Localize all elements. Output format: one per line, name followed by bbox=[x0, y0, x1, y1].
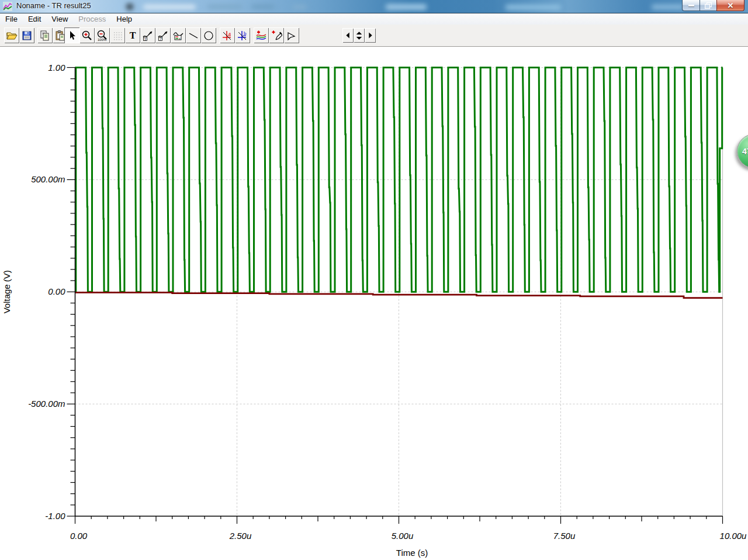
probe-icon bbox=[271, 30, 282, 42]
open-file-icon bbox=[6, 30, 18, 42]
menu-edit[interactable]: Edit bbox=[23, 14, 46, 24]
titlebar-blur-decoration bbox=[251, 5, 275, 9]
app-window: Noname - TR result25 ✕ File Edit View Pr… bbox=[0, 0, 748, 560]
copy-button[interactable] bbox=[37, 27, 53, 43]
grid-icon bbox=[112, 30, 123, 42]
x-axis-title: Time (s) bbox=[396, 548, 428, 558]
x-tick-label: 10.00u bbox=[720, 531, 747, 541]
titlebar-blur-decoration bbox=[292, 5, 307, 9]
pointer-icon bbox=[66, 30, 78, 42]
zoom-in-icon bbox=[81, 30, 93, 42]
y-tick-label: 1.00 bbox=[48, 63, 65, 72]
curve-legend-icon: x bbox=[172, 30, 184, 42]
x-tick-label: 2.50u bbox=[229, 531, 252, 541]
text-tool-button[interactable]: T bbox=[125, 27, 140, 43]
nav-right-button[interactable] bbox=[365, 28, 376, 43]
chart-area[interactable]: 1.00500.00m0.00-500.00m-1.000.002.50u5.0… bbox=[0, 47, 748, 560]
zoom-in-button[interactable] bbox=[79, 27, 95, 43]
y-axis-title: Voltage (V) bbox=[2, 270, 12, 313]
window-title: Noname - TR result25 bbox=[16, 1, 91, 10]
restore-icon bbox=[705, 2, 712, 9]
cursor-b-button[interactable]: b bbox=[235, 27, 250, 43]
app-icon bbox=[3, 2, 12, 11]
overlay-badge-label: 47 bbox=[742, 147, 748, 156]
toolbar-group: a b bbox=[220, 27, 250, 43]
titlebar-blur-decoration bbox=[652, 5, 684, 9]
curve-query-button[interactable]: ? bbox=[155, 27, 171, 43]
minimize-button[interactable] bbox=[682, 0, 699, 11]
y-tick-label: 500.00m bbox=[31, 174, 65, 184]
title-bar[interactable]: Noname - TR result25 ✕ bbox=[0, 0, 748, 13]
x-tick-label: 7.50u bbox=[553, 531, 576, 541]
zoom-100-percent-icon: 100% bbox=[96, 30, 108, 42]
probe-button[interactable] bbox=[269, 27, 284, 43]
series-pulse-output bbox=[75, 68, 723, 292]
nav-left-icon bbox=[343, 30, 354, 41]
toolbar-group bbox=[254, 27, 299, 43]
menu-process: Process bbox=[73, 14, 111, 24]
x-tick-label: 5.00u bbox=[392, 531, 414, 541]
toolbar-group: 100% bbox=[64, 27, 125, 43]
nav-left-button[interactable] bbox=[342, 28, 354, 43]
svg-text:T: T bbox=[144, 36, 147, 40]
cursor-b-icon: b bbox=[237, 30, 248, 42]
curve-legend-button[interactable]: x bbox=[171, 27, 186, 43]
zoom-100-percent-button[interactable]: 100% bbox=[95, 27, 110, 43]
window-controls: ✕ bbox=[682, 0, 744, 11]
marker-button[interactable] bbox=[284, 27, 299, 43]
y-tick-label: -1.00 bbox=[45, 511, 65, 521]
ellipse-tool-icon bbox=[203, 30, 214, 42]
toolbar-group bbox=[37, 27, 68, 43]
restore-button[interactable] bbox=[699, 0, 716, 11]
cursor-a-icon: a bbox=[221, 30, 233, 42]
tr-result-plot[interactable]: 1.00500.00m0.00-500.00m-1.000.002.50u5.0… bbox=[0, 47, 748, 560]
line-tool-icon bbox=[188, 30, 199, 42]
titlebar-blur-decoration bbox=[126, 4, 133, 10]
minimize-icon bbox=[688, 5, 694, 6]
save-file-icon bbox=[21, 30, 33, 42]
cursor-a-button[interactable]: a bbox=[220, 27, 235, 43]
toolbar-group bbox=[4, 27, 34, 43]
svg-text:?: ? bbox=[160, 37, 162, 41]
y-tick-label: -500.00m bbox=[28, 399, 65, 409]
grid-button bbox=[110, 27, 125, 43]
nav-spinner-button[interactable] bbox=[354, 28, 365, 43]
toolbar-group bbox=[342, 27, 376, 43]
line-tool-button[interactable] bbox=[186, 27, 201, 43]
curve-interpolation-icon: T bbox=[142, 30, 154, 42]
y-tick-label: 0.00 bbox=[48, 286, 65, 296]
titlebar-blur-decoration bbox=[207, 5, 243, 9]
menu-help[interactable]: Help bbox=[111, 14, 137, 24]
close-button[interactable]: ✕ bbox=[716, 0, 744, 11]
curve-interpolation-button[interactable]: T bbox=[140, 27, 155, 43]
svg-text:T: T bbox=[130, 30, 136, 40]
save-file-button[interactable] bbox=[19, 27, 34, 43]
text-tool-icon: T bbox=[127, 30, 138, 42]
add-curves-icon bbox=[255, 30, 267, 42]
titlebar-blur-decoration bbox=[143, 5, 196, 9]
x-tick-label: 0.00 bbox=[70, 531, 88, 541]
menu-view[interactable]: View bbox=[46, 14, 73, 24]
titlebar-blur-decoration bbox=[505, 5, 561, 10]
svg-text:100%: 100% bbox=[98, 37, 107, 41]
menu-file[interactable]: File bbox=[0, 14, 23, 24]
pointer-button[interactable] bbox=[64, 27, 79, 43]
toolbar: 100%T T ? x a b bbox=[0, 25, 748, 47]
nav-spinner-icon bbox=[354, 30, 365, 42]
svg-text:x: x bbox=[179, 36, 181, 40]
toolbar-group: T T ? x bbox=[125, 27, 216, 43]
titlebar-blur-decoration bbox=[386, 4, 427, 10]
curve-query-icon: ? bbox=[157, 30, 169, 42]
menu-bar: File Edit View Process Help bbox=[0, 13, 748, 25]
add-curves-button[interactable] bbox=[254, 27, 269, 43]
ellipse-tool-button[interactable] bbox=[201, 27, 216, 43]
close-icon: ✕ bbox=[728, 2, 734, 9]
open-file-button[interactable] bbox=[4, 27, 19, 43]
copy-icon bbox=[39, 30, 51, 42]
nav-right-icon bbox=[365, 30, 376, 41]
marker-icon bbox=[286, 30, 297, 42]
